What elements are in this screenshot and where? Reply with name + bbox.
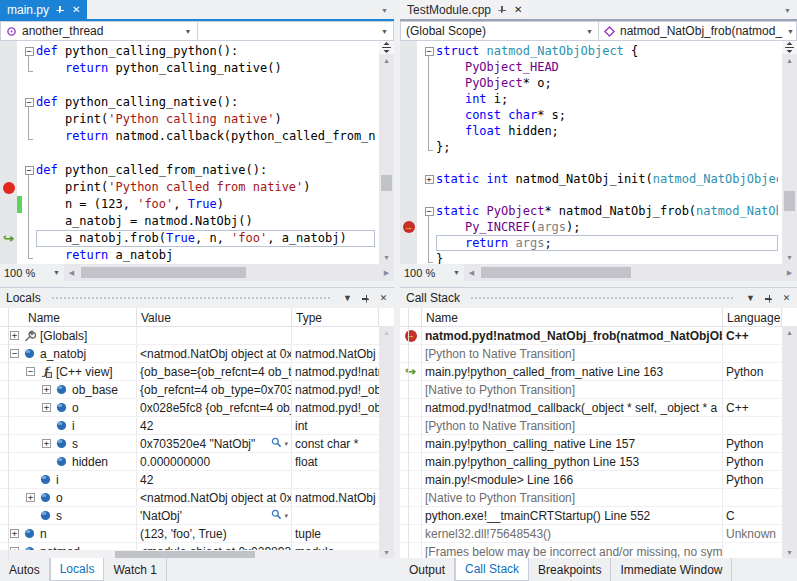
code-text[interactable]: return args; bbox=[436, 235, 778, 251]
table-row[interactable]: −a_natobj<natmod.NatObj object at 0xnatm… bbox=[0, 345, 379, 363]
table-row[interactable]: +s0x703520e4 "NatObj"▾const char * bbox=[0, 435, 379, 453]
scroll-track[interactable] bbox=[79, 264, 379, 281]
code-text[interactable]: float hidden; bbox=[436, 123, 778, 139]
expand-icon[interactable]: + bbox=[42, 439, 51, 448]
outline-margin[interactable] bbox=[422, 139, 436, 155]
vertical-scrollbar[interactable]: ▲ ▼ bbox=[379, 41, 394, 264]
code-text[interactable]: a_natobj.frob(True, n, 'foo', a_natobj) bbox=[36, 230, 375, 247]
code-text[interactable] bbox=[436, 187, 778, 203]
stack-frame-row[interactable]: natmod.pyd!natmod_callback(_object * sel… bbox=[400, 399, 782, 417]
breakpoint-margin[interactable] bbox=[0, 213, 17, 230]
collapse-icon[interactable]: − bbox=[425, 47, 434, 56]
table-row[interactable]: +o0x028e5fc8 {ob_refcnt=4 ob_natmod.pyd!… bbox=[0, 399, 379, 417]
stack-frame-row[interactable]: kernel32.dll!75648543()Unknown bbox=[400, 525, 782, 543]
breakpoint-margin[interactable] bbox=[0, 179, 17, 196]
scroll-right-icon[interactable]: ▶ bbox=[379, 269, 394, 277]
breakpoint-margin[interactable] bbox=[0, 247, 17, 264]
vertical-scrollbar[interactable]: ▲ ▼ bbox=[379, 326, 394, 559]
code-text[interactable] bbox=[36, 145, 375, 162]
outline-margin[interactable] bbox=[422, 251, 436, 264]
breakpoint-margin[interactable] bbox=[400, 123, 417, 139]
stack-frame-row[interactable]: [Python to Native Transition] bbox=[400, 417, 782, 435]
breakpoint-margin[interactable] bbox=[400, 107, 417, 123]
code-text[interactable]: def python_called_from_native(): bbox=[36, 162, 375, 179]
breakpoint-margin[interactable] bbox=[400, 43, 417, 59]
breakpoint-margin[interactable] bbox=[400, 203, 417, 219]
code-text[interactable]: n = (123, 'foo', True) bbox=[36, 196, 375, 213]
tool-tab-locals[interactable]: Locals bbox=[50, 558, 105, 581]
splitter-grip-icon[interactable] bbox=[379, 41, 394, 54]
pin-icon[interactable] bbox=[359, 294, 372, 303]
visualizer-dropdown-icon[interactable]: ▾ bbox=[284, 440, 288, 448]
breakpoint-margin[interactable] bbox=[0, 94, 17, 111]
tool-tab-output[interactable]: Output bbox=[400, 558, 455, 581]
outline-margin[interactable] bbox=[422, 91, 436, 107]
outline-margin[interactable] bbox=[22, 179, 36, 196]
outline-margin[interactable] bbox=[22, 247, 36, 264]
breakpoint-margin[interactable] bbox=[0, 145, 17, 162]
close-icon[interactable]: ✕ bbox=[72, 5, 80, 15]
outline-margin[interactable] bbox=[422, 235, 436, 251]
code-text[interactable] bbox=[436, 155, 778, 171]
breakpoint-margin[interactable] bbox=[0, 60, 17, 77]
stack-frame-row[interactable]: [Native to Python Transition] bbox=[400, 489, 782, 507]
vertical-scrollbar[interactable]: ▲ ▼ bbox=[782, 326, 797, 559]
outline-margin[interactable] bbox=[422, 123, 436, 139]
expand-icon[interactable]: + bbox=[10, 529, 19, 538]
tab-testmodule-cpp[interactable]: TestModule.cpp ✕ bbox=[400, 0, 529, 19]
breakpoint-margin[interactable] bbox=[0, 111, 17, 128]
outline-margin[interactable] bbox=[22, 111, 36, 128]
code-text[interactable]: return a_natobj bbox=[36, 247, 375, 264]
value-visualizer[interactable]: ▾ bbox=[271, 509, 288, 523]
breakpoint-margin[interactable]: → bbox=[400, 219, 417, 235]
horizontal-scrollbar[interactable]: ◀ ▶ bbox=[464, 264, 797, 281]
outline-margin[interactable]: − bbox=[22, 94, 36, 111]
outline-margin[interactable] bbox=[22, 196, 36, 213]
drag-handle[interactable] bbox=[470, 296, 734, 301]
close-icon[interactable]: ✕ bbox=[377, 288, 390, 308]
expand-icon[interactable]: + bbox=[42, 403, 51, 412]
breakpoint-margin[interactable] bbox=[400, 155, 417, 171]
table-row[interactable]: hidden0.000000000float bbox=[0, 453, 379, 471]
table-row[interactable]: +ob_base{ob_refcnt=4 ob_type=0x703natmod… bbox=[0, 381, 379, 399]
code-text[interactable]: static int natmod_NatObj_init(natmod_Nat… bbox=[436, 171, 778, 187]
scroll-left-icon[interactable]: ◀ bbox=[464, 269, 479, 277]
table-row[interactable]: i42 bbox=[0, 471, 379, 489]
collapse-icon[interactable]: − bbox=[26, 367, 35, 376]
zoom-control[interactable]: 100 % ▼ bbox=[0, 267, 64, 279]
scroll-track[interactable] bbox=[479, 264, 782, 281]
pin-icon[interactable] bbox=[56, 5, 65, 14]
stack-frame-row[interactable]: →natmod.pyd!natmod_NatObj_frob(natmod_Na… bbox=[400, 327, 782, 345]
breakpoint-icon[interactable] bbox=[3, 182, 15, 194]
collapse-icon[interactable]: − bbox=[25, 47, 34, 56]
breakpoint-margin[interactable] bbox=[0, 162, 17, 179]
visualizer-dropdown-icon[interactable]: ▾ bbox=[284, 512, 288, 520]
tool-tab-call-stack[interactable]: Call Stack bbox=[455, 558, 529, 581]
table-row[interactable]: s'NatObj'▾ bbox=[0, 507, 379, 525]
outline-margin[interactable]: − bbox=[22, 162, 36, 179]
scroll-up-icon[interactable]: ▲ bbox=[786, 326, 793, 339]
scroll-up-icon[interactable]: ▲ bbox=[786, 54, 793, 67]
pin-icon[interactable] bbox=[498, 5, 507, 14]
collapse-icon[interactable]: − bbox=[25, 166, 34, 175]
outline-margin[interactable] bbox=[422, 59, 436, 75]
member-dropdown-right[interactable]: natmod_NatObj_frob(natmod_ ▼ bbox=[598, 21, 797, 41]
splitter-grip-icon[interactable] bbox=[782, 41, 797, 54]
magnifier-icon[interactable] bbox=[271, 509, 282, 523]
code-text[interactable]: print('Python called from native') bbox=[36, 179, 375, 196]
tool-tab-autos[interactable]: Autos bbox=[0, 558, 50, 581]
outline-margin[interactable] bbox=[22, 60, 36, 77]
code-editor-main-py[interactable]: −def python_calling_python(): return pyt… bbox=[0, 41, 379, 264]
outline-margin[interactable] bbox=[22, 230, 36, 247]
tab-main-py[interactable]: main.py ✕ bbox=[0, 0, 87, 19]
outline-margin[interactable] bbox=[22, 213, 36, 230]
magnifier-icon[interactable] bbox=[271, 437, 282, 451]
scroll-right-icon[interactable]: ▶ bbox=[782, 269, 797, 277]
stack-frame-row[interactable]: [Frames below may be incorrect and/or mi… bbox=[400, 543, 782, 559]
code-text[interactable]: static PyObject* natmod_NatObj_frob(natm… bbox=[436, 203, 778, 219]
outline-margin[interactable] bbox=[22, 128, 36, 145]
scroll-left-icon[interactable]: ◀ bbox=[64, 269, 79, 277]
expand-icon[interactable]: + bbox=[42, 385, 51, 394]
value-visualizer[interactable]: ▾ bbox=[271, 437, 288, 451]
code-text[interactable]: def python_calling_python(): bbox=[36, 43, 375, 60]
